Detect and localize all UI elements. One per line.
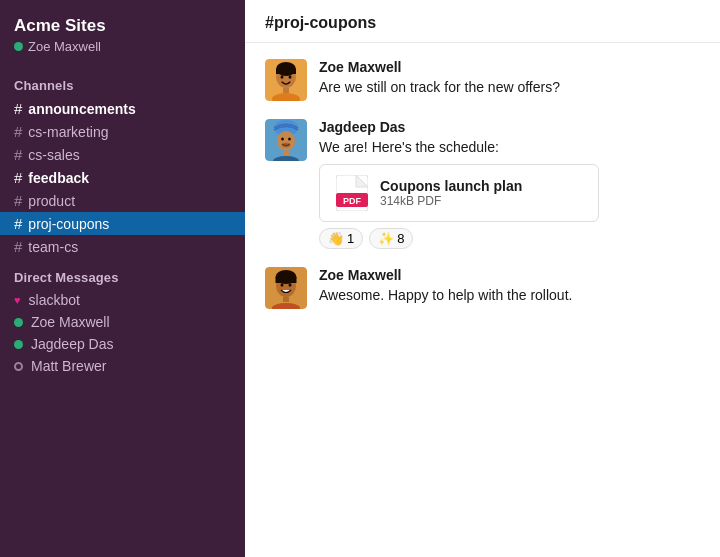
svg-point-5 (289, 75, 292, 79)
reaction-wave[interactable]: 👋 1 (319, 228, 363, 249)
channel-header-title: #proj-coupons (265, 14, 376, 31)
message-content: Zoe Maxwell Awesome. Happy to help with … (319, 267, 700, 306)
message-2: Jagdeep Das We are! Here's the schedule:… (265, 119, 700, 249)
channel-name: announcements (28, 101, 135, 117)
dm-name: Matt Brewer (31, 358, 106, 374)
message-author: Jagdeep Das (319, 119, 700, 135)
heart-icon: ♥ (14, 294, 21, 306)
sidebar-item-cs-marketing[interactable]: # cs-marketing (0, 120, 245, 143)
hash-icon: # (14, 215, 22, 232)
pdf-icon: PDF (334, 175, 370, 211)
online-dot (14, 340, 23, 349)
sidebar-item-slackbot[interactable]: ♥ slackbot (0, 289, 245, 311)
workspace-header: Acme Sites Zoe Maxwell (0, 16, 245, 66)
sidebar-item-cs-sales[interactable]: # cs-sales (0, 143, 245, 166)
svg-point-10 (277, 131, 295, 151)
offline-dot (14, 362, 23, 371)
messages-area: Zoe Maxwell Are we still on track for th… (245, 43, 720, 557)
sidebar-item-matt-brewer[interactable]: Matt Brewer (0, 355, 245, 377)
file-info: Coupons launch plan 314kB PDF (380, 178, 522, 208)
hash-icon: # (14, 238, 22, 255)
sidebar-item-zoe-maxwell[interactable]: Zoe Maxwell (0, 311, 245, 333)
svg-point-24 (289, 283, 292, 287)
reaction-count: 1 (347, 231, 354, 246)
online-dot (14, 318, 23, 327)
svg-rect-6 (283, 88, 289, 93)
sidebar-item-product[interactable]: # product (0, 189, 245, 212)
message-text: Awesome. Happy to help with the rollout. (319, 285, 700, 306)
message-text: We are! Here's the schedule: (319, 137, 700, 158)
avatar-zoe-svg (265, 59, 307, 101)
channel-name: product (28, 193, 75, 209)
online-status-dot (14, 42, 23, 51)
reactions: 👋 1 ✨ 8 (319, 228, 700, 249)
svg-rect-22 (276, 277, 297, 283)
message-author: Zoe Maxwell (319, 59, 700, 75)
hash-icon: # (14, 146, 22, 163)
message-3: Zoe Maxwell Awesome. Happy to help with … (265, 267, 700, 309)
svg-rect-25 (283, 297, 289, 302)
reaction-emoji: ✨ (378, 231, 394, 246)
hash-icon: # (14, 123, 22, 140)
dm-section-label: Direct Messages (0, 258, 245, 289)
avatar (265, 119, 307, 161)
svg-point-11 (281, 137, 284, 140)
avatar-jagdeep-svg (265, 119, 307, 161)
file-attachment[interactable]: PDF Coupons launch plan 314kB PDF (319, 164, 599, 222)
channel-name: cs-sales (28, 147, 79, 163)
svg-point-4 (281, 75, 284, 79)
dm-name: Jagdeep Das (31, 336, 114, 352)
svg-text:PDF: PDF (343, 196, 362, 206)
sidebar: Acme Sites Zoe Maxwell Channels # announ… (0, 0, 245, 557)
main-content: #proj-coupons (245, 0, 720, 557)
dm-name: Zoe Maxwell (31, 314, 110, 330)
hash-icon: # (14, 192, 22, 209)
message-1: Zoe Maxwell Are we still on track for th… (265, 59, 700, 101)
svg-point-13 (282, 143, 290, 148)
channel-name: team-cs (28, 239, 78, 255)
svg-rect-14 (283, 151, 289, 155)
channel-name: cs-marketing (28, 124, 108, 140)
avatar (265, 267, 307, 309)
message-content: Zoe Maxwell Are we still on track for th… (319, 59, 700, 98)
sidebar-item-proj-coupons[interactable]: # proj-coupons (0, 212, 245, 235)
sidebar-item-jagdeep-das[interactable]: Jagdeep Das (0, 333, 245, 355)
message-author: Zoe Maxwell (319, 267, 700, 283)
svg-point-12 (288, 137, 291, 140)
channel-name: proj-coupons (28, 216, 109, 232)
message-text: Are we still on track for the new offers… (319, 77, 700, 98)
hash-icon: # (14, 169, 22, 186)
current-user-status: Zoe Maxwell (14, 39, 231, 54)
message-content: Jagdeep Das We are! Here's the schedule:… (319, 119, 700, 249)
channel-header: #proj-coupons (245, 0, 720, 43)
sidebar-item-feedback[interactable]: # feedback (0, 166, 245, 189)
file-name: Coupons launch plan (380, 178, 522, 194)
svg-point-23 (281, 283, 284, 287)
dm-name: slackbot (29, 292, 80, 308)
current-user-name: Zoe Maxwell (28, 39, 101, 54)
channel-name: feedback (28, 170, 89, 186)
hash-icon: # (14, 100, 22, 117)
reaction-sparkle[interactable]: ✨ 8 (369, 228, 413, 249)
workspace-name[interactable]: Acme Sites (14, 16, 231, 36)
svg-rect-3 (276, 69, 296, 74)
avatar-zoe2-svg (265, 267, 307, 309)
sidebar-item-team-cs[interactable]: # team-cs (0, 235, 245, 258)
reaction-emoji: 👋 (328, 231, 344, 246)
avatar (265, 59, 307, 101)
file-meta: 314kB PDF (380, 194, 522, 208)
channels-section-label: Channels (0, 66, 245, 97)
sidebar-item-announcements[interactable]: # announcements (0, 97, 245, 120)
reaction-count: 8 (397, 231, 404, 246)
